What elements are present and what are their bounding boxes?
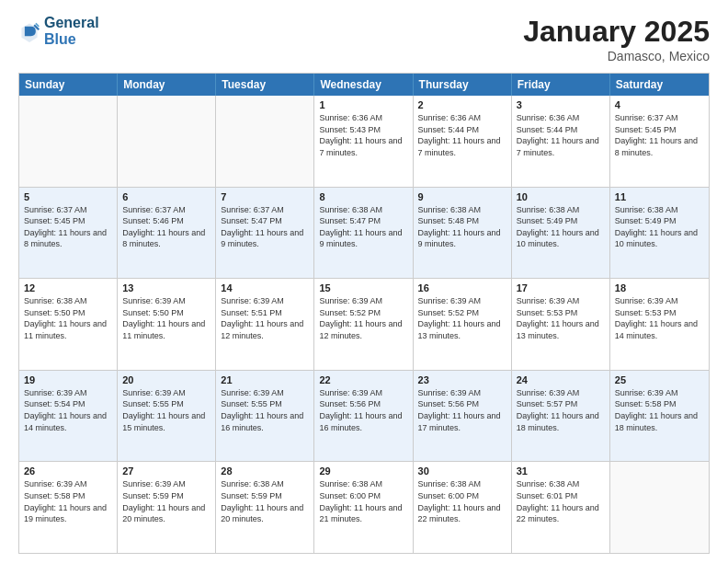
calendar-day-23: 23Sunrise: 6:39 AM Sunset: 5:56 PM Dayli… [414, 371, 512, 462]
day-info: Sunrise: 6:39 AM Sunset: 5:52 PM Dayligh… [319, 295, 407, 341]
calendar-body: 1Sunrise: 6:36 AM Sunset: 5:43 PM Daylig… [19, 96, 709, 553]
calendar-day-19: 19Sunrise: 6:39 AM Sunset: 5:54 PM Dayli… [19, 371, 118, 462]
day-info: Sunrise: 6:37 AM Sunset: 5:47 PM Dayligh… [221, 204, 309, 250]
calendar-day-29: 29Sunrise: 6:38 AM Sunset: 6:00 PM Dayli… [314, 462, 413, 553]
calendar: SundayMondayTuesdayWednesdayThursdayFrid… [18, 73, 710, 554]
calendar-day-9: 9Sunrise: 6:38 AM Sunset: 5:48 PM Daylig… [414, 188, 512, 279]
day-info: Sunrise: 6:37 AM Sunset: 5:45 PM Dayligh… [615, 112, 704, 158]
day-info: Sunrise: 6:36 AM Sunset: 5:44 PM Dayligh… [517, 112, 605, 158]
day-number: 12 [24, 282, 112, 293]
day-number: 1 [319, 99, 407, 110]
calendar-empty-cell [118, 96, 216, 187]
header: General Blue January 2025 Damasco, Mexic… [18, 15, 710, 63]
calendar-day-2: 2Sunrise: 6:36 AM Sunset: 5:44 PM Daylig… [414, 96, 512, 187]
page: General Blue January 2025 Damasco, Mexic… [0, 0, 728, 563]
day-number: 13 [122, 282, 210, 293]
header-day-monday: Monday [118, 74, 216, 96]
day-info: Sunrise: 6:38 AM Sunset: 6:01 PM Dayligh… [517, 478, 605, 524]
day-number: 27 [122, 465, 210, 477]
logo: General Blue [18, 15, 99, 48]
month-title: January 2025 [523, 15, 710, 49]
location: Damasco, Mexico [523, 49, 710, 63]
logo-icon [18, 20, 40, 42]
logo-text: General Blue [44, 15, 99, 48]
day-number: 10 [517, 191, 605, 202]
day-number: 5 [24, 191, 112, 202]
calendar-day-31: 31Sunrise: 6:38 AM Sunset: 6:01 PM Dayli… [512, 462, 610, 553]
day-number: 2 [418, 99, 506, 110]
calendar-day-15: 15Sunrise: 6:39 AM Sunset: 5:52 PM Dayli… [314, 279, 413, 370]
calendar-day-11: 11Sunrise: 6:38 AM Sunset: 5:49 PM Dayli… [610, 188, 709, 279]
day-info: Sunrise: 6:38 AM Sunset: 5:47 PM Dayligh… [319, 204, 407, 250]
day-number: 26 [24, 465, 112, 477]
calendar-day-25: 25Sunrise: 6:39 AM Sunset: 5:58 PM Dayli… [610, 371, 709, 462]
calendar-day-8: 8Sunrise: 6:38 AM Sunset: 5:47 PM Daylig… [314, 188, 413, 279]
title-block: January 2025 Damasco, Mexico [523, 15, 710, 63]
header-day-saturday: Saturday [610, 74, 709, 96]
calendar-day-16: 16Sunrise: 6:39 AM Sunset: 5:52 PM Dayli… [414, 279, 512, 370]
calendar-row: 1Sunrise: 6:36 AM Sunset: 5:43 PM Daylig… [19, 96, 709, 188]
day-number: 7 [221, 191, 309, 202]
calendar-day-4: 4Sunrise: 6:37 AM Sunset: 5:45 PM Daylig… [610, 96, 709, 187]
day-number: 3 [517, 99, 605, 110]
day-info: Sunrise: 6:39 AM Sunset: 5:54 PM Dayligh… [24, 387, 112, 433]
day-number: 21 [221, 374, 309, 385]
calendar-day-13: 13Sunrise: 6:39 AM Sunset: 5:50 PM Dayli… [118, 279, 216, 370]
day-number: 30 [418, 465, 506, 477]
day-info: Sunrise: 6:38 AM Sunset: 5:59 PM Dayligh… [221, 478, 309, 524]
day-info: Sunrise: 6:39 AM Sunset: 5:58 PM Dayligh… [615, 387, 704, 433]
calendar-day-10: 10Sunrise: 6:38 AM Sunset: 5:49 PM Dayli… [512, 188, 610, 279]
calendar-row: 26Sunrise: 6:39 AM Sunset: 5:58 PM Dayli… [19, 462, 709, 553]
day-number: 25 [615, 374, 704, 385]
day-info: Sunrise: 6:38 AM Sunset: 6:00 PM Dayligh… [418, 478, 506, 524]
day-number: 15 [319, 282, 407, 293]
day-info: Sunrise: 6:39 AM Sunset: 5:56 PM Dayligh… [418, 387, 506, 433]
day-info: Sunrise: 6:38 AM Sunset: 5:50 PM Dayligh… [24, 295, 112, 341]
calendar-row: 12Sunrise: 6:38 AM Sunset: 5:50 PM Dayli… [19, 279, 709, 371]
day-info: Sunrise: 6:39 AM Sunset: 5:50 PM Dayligh… [122, 295, 210, 341]
calendar-day-21: 21Sunrise: 6:39 AM Sunset: 5:55 PM Dayli… [216, 371, 314, 462]
calendar-day-5: 5Sunrise: 6:37 AM Sunset: 5:45 PM Daylig… [19, 188, 118, 279]
day-info: Sunrise: 6:39 AM Sunset: 5:51 PM Dayligh… [221, 295, 309, 341]
day-info: Sunrise: 6:37 AM Sunset: 5:46 PM Dayligh… [122, 204, 210, 250]
calendar-empty-cell [610, 462, 709, 553]
day-number: 14 [221, 282, 309, 293]
calendar-day-7: 7Sunrise: 6:37 AM Sunset: 5:47 PM Daylig… [216, 188, 314, 279]
calendar-day-14: 14Sunrise: 6:39 AM Sunset: 5:51 PM Dayli… [216, 279, 314, 370]
day-info: Sunrise: 6:39 AM Sunset: 5:55 PM Dayligh… [122, 387, 210, 433]
calendar-header: SundayMondayTuesdayWednesdayThursdayFrid… [19, 74, 709, 96]
calendar-day-26: 26Sunrise: 6:39 AM Sunset: 5:58 PM Dayli… [19, 462, 118, 553]
calendar-empty-cell [216, 96, 314, 187]
calendar-day-30: 30Sunrise: 6:38 AM Sunset: 6:00 PM Dayli… [414, 462, 512, 553]
day-info: Sunrise: 6:36 AM Sunset: 5:44 PM Dayligh… [418, 112, 506, 158]
day-info: Sunrise: 6:39 AM Sunset: 5:53 PM Dayligh… [517, 295, 605, 341]
header-day-thursday: Thursday [414, 74, 512, 96]
day-info: Sunrise: 6:37 AM Sunset: 5:45 PM Dayligh… [24, 204, 112, 250]
day-info: Sunrise: 6:39 AM Sunset: 5:59 PM Dayligh… [122, 478, 210, 524]
day-number: 19 [24, 374, 112, 385]
header-day-wednesday: Wednesday [314, 74, 413, 96]
day-number: 22 [319, 374, 407, 385]
day-info: Sunrise: 6:39 AM Sunset: 5:52 PM Dayligh… [418, 295, 506, 341]
day-info: Sunrise: 6:39 AM Sunset: 5:53 PM Dayligh… [615, 295, 704, 341]
day-number: 24 [517, 374, 605, 385]
calendar-row: 19Sunrise: 6:39 AM Sunset: 5:54 PM Dayli… [19, 371, 709, 463]
day-info: Sunrise: 6:39 AM Sunset: 5:56 PM Dayligh… [319, 387, 407, 433]
calendar-day-27: 27Sunrise: 6:39 AM Sunset: 5:59 PM Dayli… [118, 462, 216, 553]
day-number: 8 [319, 191, 407, 202]
header-day-sunday: Sunday [19, 74, 118, 96]
calendar-day-20: 20Sunrise: 6:39 AM Sunset: 5:55 PM Dayli… [118, 371, 216, 462]
calendar-day-28: 28Sunrise: 6:38 AM Sunset: 5:59 PM Dayli… [216, 462, 314, 553]
day-info: Sunrise: 6:39 AM Sunset: 5:55 PM Dayligh… [221, 387, 309, 433]
day-info: Sunrise: 6:36 AM Sunset: 5:43 PM Dayligh… [319, 112, 407, 158]
calendar-day-1: 1Sunrise: 6:36 AM Sunset: 5:43 PM Daylig… [314, 96, 413, 187]
calendar-day-17: 17Sunrise: 6:39 AM Sunset: 5:53 PM Dayli… [512, 279, 610, 370]
day-info: Sunrise: 6:38 AM Sunset: 6:00 PM Dayligh… [319, 478, 407, 524]
day-number: 31 [517, 465, 605, 477]
day-number: 9 [418, 191, 506, 202]
calendar-day-24: 24Sunrise: 6:39 AM Sunset: 5:57 PM Dayli… [512, 371, 610, 462]
calendar-day-3: 3Sunrise: 6:36 AM Sunset: 5:44 PM Daylig… [512, 96, 610, 187]
day-number: 11 [615, 191, 704, 202]
header-day-tuesday: Tuesday [216, 74, 314, 96]
day-number: 18 [615, 282, 704, 293]
